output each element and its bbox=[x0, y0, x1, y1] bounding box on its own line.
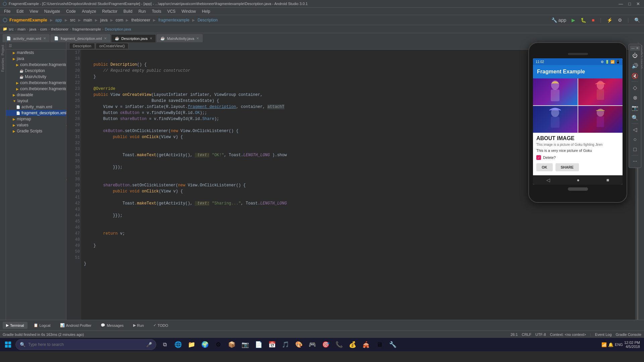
taskbar-app12-icon[interactable]: 🖥 bbox=[373, 338, 386, 351]
sidebar-item-java[interactable]: ▶ java bbox=[6, 56, 66, 62]
task-view-button[interactable]: ⧉ bbox=[158, 338, 171, 351]
float-rotate-btn[interactable]: ◇ bbox=[630, 83, 640, 92]
bottom-tab-run[interactable]: ▶ Run bbox=[130, 322, 147, 329]
event-log-btn[interactable]: Event Log bbox=[595, 333, 612, 337]
device-share-button[interactable]: SHARE bbox=[555, 163, 579, 171]
sidebar-item-gradle[interactable]: ▶ Gradle Scripts bbox=[6, 128, 66, 134]
float-power-btn[interactable]: ⏻ bbox=[630, 51, 640, 60]
float-volume-down-btn[interactable]: 🔇 bbox=[630, 71, 640, 80]
minimize-button[interactable]: — bbox=[617, 1, 624, 6]
project-panel-label[interactable]: Project bbox=[1, 45, 5, 55]
float-volume-up-btn[interactable]: 🔊 bbox=[630, 61, 640, 70]
sidebar-item-values[interactable]: ▶ values bbox=[6, 122, 66, 128]
tab-close-icon[interactable]: ✕ bbox=[150, 37, 152, 40]
taskbar-app1-icon[interactable]: 📦 bbox=[225, 338, 238, 351]
menu-window[interactable]: Window bbox=[179, 8, 199, 14]
bc-thebioneer[interactable]: thebioneer bbox=[51, 27, 68, 31]
menu-refactor[interactable]: Refactor bbox=[100, 8, 120, 14]
device-home-btn[interactable]: ● bbox=[577, 177, 580, 183]
toolbar-sync-btn[interactable]: ⚡ bbox=[605, 17, 614, 23]
float-home-btn[interactable]: ○ bbox=[630, 135, 640, 144]
float-zoom-btn[interactable]: 🔍 bbox=[630, 113, 640, 122]
taskbar-edge-icon[interactable]: 🌍 bbox=[199, 338, 211, 351]
taskbar-app9-icon[interactable]: 📞 bbox=[333, 338, 345, 351]
tab-activity-main-xml[interactable]: 📄 activity_main.xml ✕ bbox=[3, 34, 50, 42]
bottom-tab-messages[interactable]: 💬 Messages bbox=[97, 322, 127, 329]
tab-close-icon[interactable]: ✕ bbox=[104, 37, 107, 40]
bottom-tab-terminal[interactable]: ▶ Terminal bbox=[3, 322, 28, 329]
toolbar-search-btn[interactable]: 🔍 bbox=[633, 17, 641, 23]
bc-description[interactable]: Description.java bbox=[105, 27, 131, 31]
taskbar-app10-icon[interactable]: 💰 bbox=[346, 338, 359, 351]
bottom-tab-profiler[interactable]: 📊 Android Profiler bbox=[57, 322, 95, 329]
keyboard-lang[interactable]: ENG bbox=[615, 343, 623, 347]
device-ok-button[interactable]: OK bbox=[536, 163, 553, 171]
sidebar-item-mainactivity[interactable]: ☕ MainActivity bbox=[6, 74, 66, 80]
sidebar-item-description[interactable]: ☕ Description bbox=[6, 68, 66, 74]
taskbar-browser-icon[interactable]: 🌐 bbox=[172, 338, 184, 351]
taskbar-app4-icon[interactable]: 📅 bbox=[266, 338, 278, 351]
toolbar-debug-btn[interactable]: 🐛 bbox=[579, 17, 588, 23]
gradle-console-btn[interactable]: Gradle Console bbox=[616, 333, 641, 337]
sidebar-toggle[interactable]: ☰ bbox=[9, 44, 12, 48]
tab-close-icon[interactable]: ✕ bbox=[196, 37, 199, 40]
context-tab-oncreateview[interactable]: onCreateView() bbox=[96, 43, 128, 49]
toolbar-stop-btn[interactable]: ■ bbox=[590, 17, 596, 23]
menu-view[interactable]: View bbox=[27, 8, 41, 14]
menu-analyze[interactable]: Analyze bbox=[79, 8, 99, 14]
sidebar-item-mipmap[interactable]: ▶ mipmap bbox=[6, 116, 66, 122]
menu-run[interactable]: Run bbox=[136, 8, 149, 14]
menu-help[interactable]: Help bbox=[199, 8, 213, 14]
device-back-btn[interactable]: ◁ bbox=[546, 177, 550, 183]
taskbar-app11-icon[interactable]: 🎪 bbox=[360, 338, 372, 351]
toolbar-settings-btn[interactable]: ⚙ bbox=[616, 17, 624, 23]
taskbar-app7-icon[interactable]: 🎮 bbox=[306, 338, 319, 351]
sidebar-item-drawable[interactable]: ▶ drawable bbox=[6, 92, 66, 98]
float-square-btn[interactable]: □ bbox=[630, 145, 640, 154]
bc-java[interactable]: java bbox=[30, 27, 36, 31]
favorites-panel-label[interactable]: Favorites bbox=[1, 58, 5, 72]
bc-com[interactable]: com bbox=[40, 27, 47, 31]
context-tab-description[interactable]: Description bbox=[69, 43, 95, 49]
taskbar-app2-icon[interactable]: 📷 bbox=[239, 338, 252, 351]
taskbar-explorer-icon[interactable]: 📁 bbox=[185, 338, 198, 351]
taskbar-app8-icon[interactable]: 🎯 bbox=[319, 338, 332, 351]
device-recents-btn[interactable]: ■ bbox=[606, 177, 609, 183]
device-checkbox[interactable]: ✓ bbox=[536, 155, 541, 160]
float-back-btn[interactable]: ◁ bbox=[630, 125, 640, 134]
toolbar-run-config[interactable]: 🔧 app bbox=[550, 17, 568, 23]
bc-src[interactable]: src bbox=[9, 27, 14, 31]
taskbar-app6-icon[interactable]: 🎨 bbox=[292, 338, 305, 351]
float-eraser-btn[interactable]: ⊗ bbox=[630, 93, 640, 102]
float-toolbar-close[interactable]: ✕ bbox=[636, 46, 639, 50]
menu-file[interactable]: File bbox=[1, 8, 13, 14]
start-button[interactable] bbox=[1, 338, 15, 351]
tab-description-java[interactable]: ☕ Description.java ✕ bbox=[111, 34, 156, 42]
menu-navigate[interactable]: Navigate bbox=[42, 8, 63, 14]
search-input[interactable] bbox=[28, 342, 144, 347]
network-icon[interactable]: 📶 bbox=[601, 342, 607, 347]
toolbar-run-btn[interactable]: ▶ bbox=[570, 17, 577, 23]
close-button[interactable]: ✕ bbox=[635, 1, 641, 6]
float-more-btn[interactable]: ··· bbox=[630, 157, 640, 166]
maximize-button[interactable]: □ bbox=[627, 1, 632, 6]
bc-fragmentexample[interactable]: fragmentexample bbox=[72, 27, 101, 31]
menu-vcs[interactable]: VCS bbox=[165, 8, 178, 14]
taskbar-app3-icon[interactable]: 📄 bbox=[252, 338, 265, 351]
menu-tools[interactable]: Tools bbox=[149, 8, 164, 14]
menu-build[interactable]: Build bbox=[121, 8, 135, 14]
sidebar-item-activity-xml[interactable]: 📄 activity_main.xml bbox=[6, 104, 66, 110]
bc-main[interactable]: main bbox=[17, 27, 25, 31]
notification-icon[interactable]: 🔔 bbox=[608, 342, 613, 347]
tab-fragment-description-xml[interactable]: 📄 fragment_description.xml ✕ bbox=[50, 34, 110, 42]
sidebar-item-package3[interactable]: ▶ com.thebioneer.fragmentex... bbox=[6, 86, 66, 92]
tab-mainactivity-java[interactable]: ☕ MainActivity.java ✕ bbox=[157, 34, 203, 42]
sidebar-item-layout[interactable]: ▼ layout bbox=[6, 98, 66, 104]
taskbar-app5-icon[interactable]: 🎵 bbox=[279, 338, 292, 351]
bottom-tab-logcat[interactable]: 📋 Logcat bbox=[30, 322, 54, 329]
sidebar-item-package2[interactable]: ▶ com.thebioneer.fragmentex... bbox=[6, 80, 66, 86]
float-toolbar-minimize[interactable]: — bbox=[631, 46, 635, 50]
tab-close-icon[interactable]: ✕ bbox=[43, 37, 46, 40]
taskbar-chrome-icon[interactable]: ⚙ bbox=[212, 338, 225, 351]
taskbar-search-bar[interactable]: 🔍 🎤 bbox=[15, 339, 156, 350]
